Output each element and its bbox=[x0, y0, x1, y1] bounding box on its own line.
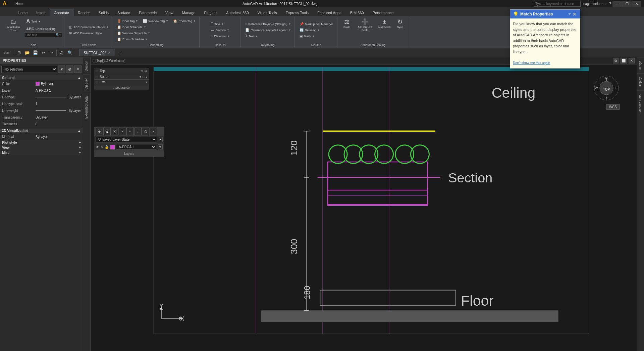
view-left-dropdown[interactable]: ▾ bbox=[146, 80, 148, 84]
view-more-icon[interactable]: ▸ bbox=[146, 75, 148, 79]
tab-close-icon[interactable]: ✕ bbox=[108, 51, 111, 54]
aec-dimension-btn[interactable]: ◫ AEC Dimension Interior ▾ bbox=[67, 24, 110, 30]
wcs-badge[interactable]: WCS bbox=[606, 104, 620, 110]
check-spelling-btn[interactable]: ABC Check Spelling bbox=[24, 26, 62, 32]
ribbon-tab-solids[interactable]: Solids bbox=[94, 9, 113, 16]
title-dropdown[interactable]: ▾ bbox=[222, 23, 223, 26]
layer-state-btn[interactable]: ▾ bbox=[158, 137, 163, 142]
find-dropdown[interactable]: ▾ bbox=[59, 34, 61, 37]
ribbon-tab-plugins[interactable]: Plug-ins bbox=[200, 9, 222, 16]
extended-data-tab[interactable]: Extended Data bbox=[83, 93, 90, 122]
prop-select-filter-btn[interactable]: ▾ bbox=[58, 65, 65, 73]
ribbon-tab-featured[interactable]: Featured Apps bbox=[313, 9, 346, 16]
keynote-text-dropdown[interactable]: ▾ bbox=[256, 35, 257, 38]
layer-btn-8[interactable]: ▸ bbox=[150, 128, 157, 135]
scale-btn[interactable]: ⚖ Scale bbox=[340, 17, 354, 30]
view-top-settings[interactable]: ⚙ bbox=[144, 69, 148, 73]
layer-btn-6[interactable]: ↕ bbox=[134, 128, 142, 135]
elevation-btn[interactable]: ↑ Elevation ▾ bbox=[209, 33, 231, 39]
right-extended-tab[interactable]: Extended Data bbox=[637, 91, 644, 118]
win-tag-dropdown[interactable]: ▾ bbox=[166, 19, 168, 23]
tooltip-expand-btn[interactable]: ▿ bbox=[568, 11, 571, 17]
window-tag-btn[interactable]: ⬜ Window Tag ▾ bbox=[141, 18, 170, 24]
save-btn[interactable]: 💾 bbox=[32, 49, 39, 56]
help-btn[interactable]: ? bbox=[609, 1, 611, 6]
ref-keynote-legend-btn[interactable]: 📑 Reference Keynote Legend ▾ bbox=[243, 27, 292, 33]
undo-btn[interactable]: ↩ bbox=[40, 49, 47, 56]
text-btn[interactable]: A Text ▾ bbox=[24, 17, 62, 26]
right-display-tab[interactable]: Display bbox=[637, 74, 644, 91]
dimension-dropdown[interactable]: ▾ bbox=[107, 26, 108, 29]
search-input[interactable] bbox=[534, 1, 581, 7]
color-swatch[interactable] bbox=[36, 82, 40, 86]
drawing-area[interactable]: ⊟ Top ▾ ⚙ ⊟ Bottom ▾ ⬡ ▸ bbox=[91, 64, 637, 351]
ribbon-tab-annotate[interactable]: Annotate bbox=[50, 9, 73, 16]
redo-btn[interactable]: ↪ bbox=[48, 49, 55, 56]
ribbon-tab-autodesk360[interactable]: Autodesk 360 bbox=[222, 9, 253, 16]
door-tag-dropdown[interactable]: ▾ bbox=[136, 19, 138, 23]
viz-3d-section[interactable]: 3D Visualization ▲ bbox=[0, 128, 83, 133]
close-btn[interactable]: ✕ bbox=[632, 1, 641, 7]
plot-style-section[interactable]: Plot style + bbox=[0, 140, 83, 145]
aec-dimension-style-btn[interactable]: ⊞ AEC Dimension Style bbox=[67, 30, 104, 36]
layer-name-select[interactable]: A-PROJ-1 bbox=[116, 144, 156, 150]
add-delete-scales-btn[interactable]: ± Add/Delete bbox=[376, 17, 393, 30]
room-tag-btn[interactable]: 🏠 Room Tag ▾ bbox=[171, 18, 197, 24]
layer-btn-2[interactable]: ⊖ bbox=[103, 128, 111, 135]
minimize-btn[interactable]: – bbox=[612, 1, 622, 7]
ribbon-tab-view[interactable]: View bbox=[161, 9, 178, 16]
room-schedule-btn[interactable]: 📋 Room Schedule ▾ bbox=[115, 36, 149, 42]
ribbon-tab-insert[interactable]: Insert bbox=[32, 9, 50, 16]
layer-btn-3[interactable]: ⟲ bbox=[111, 128, 118, 135]
ribbon-tab-parametric[interactable]: Parametric bbox=[135, 9, 161, 16]
layer-btn-1[interactable]: ⊕ bbox=[96, 128, 103, 135]
ribbon-tab-vision[interactable]: Vision Tools bbox=[253, 9, 281, 16]
revision-btn[interactable]: 🔄 Revision ▾ bbox=[298, 27, 322, 33]
annotation-tools-btn[interactable]: 🗂 Annotation Tools bbox=[3, 17, 23, 33]
find-text-btn[interactable]: 🔍 bbox=[56, 33, 59, 37]
add-current-scale-btn[interactable]: ➕ Add Current Scale bbox=[355, 17, 375, 33]
markup-set-mgr-btn[interactable]: 📌 Markup Set Manager bbox=[298, 21, 335, 27]
door-schedule-btn[interactable]: 📋 Door Schedule ▾ bbox=[115, 24, 148, 30]
view-bottom-dropdown[interactable]: ▾ bbox=[140, 75, 141, 79]
keynote-text-btn[interactable]: T Text ▾ bbox=[243, 33, 259, 39]
zoom-btn[interactable]: 🔍 bbox=[66, 49, 73, 56]
room-tag-dropdown[interactable]: ▾ bbox=[194, 19, 195, 23]
right-design-tab[interactable]: Design bbox=[637, 57, 644, 74]
ribbon-tab-home[interactable]: Home bbox=[13, 9, 32, 16]
display-tab[interactable]: Display bbox=[83, 75, 90, 93]
view-section[interactable]: View + bbox=[0, 145, 83, 150]
layer-btn-7[interactable]: ⬡ bbox=[142, 128, 149, 135]
layer-btn-5[interactable]: ↔ bbox=[126, 128, 134, 135]
selection-select[interactable]: No selection bbox=[1, 66, 57, 73]
keynote-straight-dropdown[interactable]: ▾ bbox=[289, 23, 290, 26]
prop-toggle-btn[interactable]: ≡ bbox=[74, 65, 82, 73]
revision-dropdown[interactable]: ▾ bbox=[318, 29, 319, 32]
plot-btn[interactable]: 🖨 bbox=[58, 49, 65, 56]
misc-section[interactable]: Misc + bbox=[0, 150, 83, 155]
find-text-input[interactable] bbox=[25, 33, 56, 37]
ribbon-tab-bim360[interactable]: BIM 360 bbox=[346, 9, 368, 16]
door-sched-dropdown[interactable]: ▾ bbox=[144, 26, 146, 29]
open-btn[interactable]: 📂 bbox=[23, 49, 31, 56]
layer-state-select[interactable]: Unsaved Layer State bbox=[96, 137, 157, 142]
new-btn[interactable]: ⊞ bbox=[15, 49, 23, 56]
mask-btn[interactable]: ▣ Mask ▾ bbox=[298, 33, 316, 39]
room-sched-dropdown[interactable]: ▾ bbox=[146, 38, 147, 41]
sync-btn[interactable]: ↻ Sync bbox=[394, 17, 406, 30]
ribbon-tab-surface[interactable]: Surface bbox=[113, 9, 135, 16]
text-dropdown-icon[interactable]: ▾ bbox=[39, 20, 40, 23]
section-dropdown[interactable]: ▾ bbox=[227, 29, 229, 32]
viewport-restore-btn[interactable]: ⧉ bbox=[613, 58, 619, 63]
tooltip-close-btn[interactable]: ✕ bbox=[572, 11, 577, 17]
drawing-canvas[interactable]: Ceiling Floor bbox=[91, 64, 637, 351]
layer-more-btn[interactable]: ▾ bbox=[158, 144, 163, 149]
ribbon-tab-express[interactable]: Express Tools bbox=[281, 9, 313, 16]
keynote-legend-dropdown[interactable]: ▾ bbox=[289, 29, 290, 32]
design-tab[interactable]: Design bbox=[83, 57, 90, 75]
tooltip-dont-show-link[interactable]: Don't show me this again bbox=[513, 61, 550, 65]
general-section[interactable]: General ▲ bbox=[0, 75, 83, 80]
elevation-dropdown[interactable]: ▾ bbox=[228, 35, 229, 38]
tab-sketch02[interactable]: SKETCH_02* ✕ bbox=[79, 49, 115, 56]
ribbon-tab-render[interactable]: Render bbox=[73, 9, 94, 16]
